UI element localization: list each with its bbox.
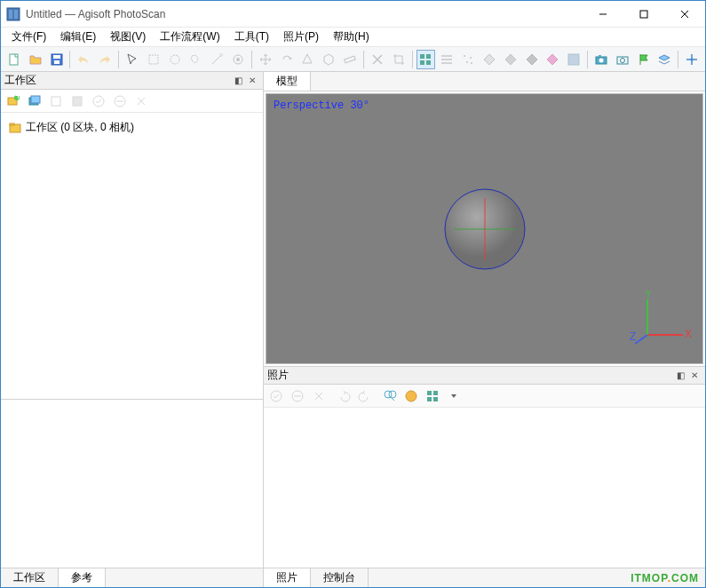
svg-rect-21 <box>441 55 452 57</box>
svg-point-56 <box>271 391 282 401</box>
photo-thumb-icon[interactable] <box>402 387 420 405</box>
photo-accept-icon[interactable] <box>267 387 285 405</box>
menu-file[interactable]: 文件(F) <box>4 28 53 46</box>
photos-toolbar <box>264 385 705 408</box>
magic-select-icon[interactable] <box>207 50 226 69</box>
svg-point-62 <box>406 391 416 401</box>
tab-console[interactable]: 控制台 <box>311 568 369 587</box>
rotate-icon[interactable] <box>277 50 297 69</box>
shade-4-icon[interactable] <box>543 50 562 69</box>
points-icon[interactable] <box>458 50 478 69</box>
open-icon[interactable] <box>26 50 45 69</box>
photos-panel-title: 照片 <box>267 368 673 383</box>
photo-delete-icon[interactable] <box>310 387 328 405</box>
disable-icon[interactable] <box>68 92 86 110</box>
menu-photo[interactable]: 照片(P) <box>276 28 326 46</box>
svg-point-33 <box>620 58 624 62</box>
save-icon[interactable] <box>47 50 67 69</box>
svg-point-24 <box>464 55 465 57</box>
camera-icon[interactable] <box>591 50 611 69</box>
menu-workflow[interactable]: 工作流程(W) <box>153 28 226 46</box>
perspective-label: Perspective 30° <box>274 99 369 112</box>
maximize-button[interactable] <box>623 1 664 28</box>
tab-model[interactable]: 模型 <box>264 72 311 91</box>
svg-rect-65 <box>427 397 432 401</box>
add-photos-icon[interactable] <box>26 92 44 110</box>
ruler-icon[interactable] <box>340 50 360 69</box>
photo-reject-icon[interactable] <box>289 387 306 405</box>
svg-point-13 <box>219 53 223 57</box>
svg-rect-31 <box>599 55 601 57</box>
scale-icon[interactable] <box>298 50 318 69</box>
svg-text:+: + <box>15 94 20 102</box>
workspace-panel-title: 工作区 <box>4 73 231 88</box>
menu-help[interactable]: 帮助(H) <box>326 28 377 46</box>
workspace-root-item[interactable]: 工作区 (0 区块, 0 相机) <box>6 118 258 137</box>
reject-icon[interactable] <box>111 92 129 110</box>
texture-icon[interactable] <box>564 50 583 69</box>
svg-rect-18 <box>426 54 431 59</box>
circle-select-icon[interactable] <box>165 50 185 69</box>
svg-rect-22 <box>441 59 452 60</box>
menu-tools[interactable]: 工具(T) <box>227 28 276 46</box>
flag-icon[interactable] <box>634 50 654 69</box>
main-area: 工作区 ◧ ✕ + 工作区 (0 区块, 0 相机) 工作区 参考 模型 <box>1 72 705 587</box>
svg-rect-19 <box>420 60 424 65</box>
photos-list[interactable] <box>264 408 705 568</box>
pointer-icon[interactable] <box>123 50 142 69</box>
tab-workspace[interactable]: 工作区 <box>1 568 59 587</box>
svg-point-61 <box>389 391 396 398</box>
svg-rect-39 <box>31 96 40 103</box>
menu-view[interactable]: 视图(V) <box>103 28 153 46</box>
photo-size-dropdown-icon[interactable] <box>445 387 463 405</box>
new-icon[interactable] <box>4 50 24 69</box>
shade-3-icon[interactable] <box>522 50 542 69</box>
redo-icon[interactable] <box>95 50 115 69</box>
minimize-button[interactable] <box>583 1 623 28</box>
layers-icon[interactable] <box>654 50 674 69</box>
undock-icon[interactable]: ◧ <box>231 74 245 88</box>
enable-icon[interactable] <box>47 92 65 110</box>
svg-rect-9 <box>53 55 60 59</box>
photo-rotate-right-icon[interactable] <box>356 387 374 405</box>
remove-icon[interactable] <box>132 92 150 110</box>
photo-find-icon[interactable] <box>381 387 399 405</box>
close-panel-icon[interactable]: ✕ <box>245 74 259 88</box>
delete-icon[interactable] <box>368 50 387 69</box>
photo-rotate-left-icon[interactable] <box>335 387 353 405</box>
camera-2-icon[interactable] <box>613 50 632 69</box>
brush-select-icon[interactable] <box>228 50 248 69</box>
grid-view-icon[interactable] <box>416 50 436 69</box>
svg-rect-23 <box>441 62 452 64</box>
region-icon[interactable] <box>319 50 338 69</box>
title-bar: Untitled — Agisoft PhotoScan <box>1 1 705 28</box>
svg-point-30 <box>599 58 603 62</box>
accept-icon[interactable] <box>90 92 107 110</box>
undo-icon[interactable] <box>74 50 93 69</box>
crop-icon[interactable] <box>389 50 409 69</box>
rect-select-icon[interactable] <box>144 50 163 69</box>
left-tabs: 工作区 参考 <box>1 568 263 587</box>
left-bottom-panel <box>1 399 263 568</box>
tab-reference[interactable]: 参考 <box>59 568 106 587</box>
viewport-3d[interactable]: Perspective 30° X Y Z <box>266 93 703 364</box>
list-view-icon[interactable] <box>437 50 456 69</box>
close-button[interactable] <box>664 1 705 28</box>
move-icon[interactable] <box>256 50 275 69</box>
pan-icon[interactable] <box>682 50 702 69</box>
photos-close-icon[interactable]: ✕ <box>687 369 702 383</box>
shade-2-icon[interactable] <box>501 50 520 69</box>
viewport-tabs: 模型 <box>264 72 705 91</box>
add-chunk-icon[interactable]: + <box>4 92 22 110</box>
freeform-select-icon[interactable] <box>186 50 205 69</box>
tab-photos[interactable]: 照片 <box>264 568 311 587</box>
workspace-tree[interactable]: 工作区 (0 区块, 0 相机) <box>1 113 263 399</box>
photo-grid-icon[interactable] <box>424 387 441 405</box>
svg-rect-66 <box>433 397 438 401</box>
menu-edit[interactable]: 编辑(E) <box>53 28 103 46</box>
svg-rect-64 <box>433 391 438 395</box>
svg-rect-41 <box>73 97 82 106</box>
photos-undock-icon[interactable]: ◧ <box>673 369 687 383</box>
svg-point-42 <box>93 96 104 107</box>
shade-1-icon[interactable] <box>480 50 499 69</box>
